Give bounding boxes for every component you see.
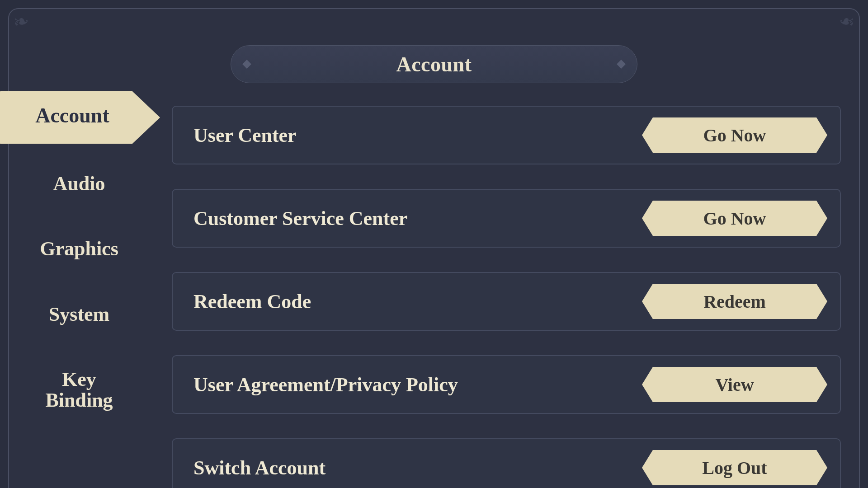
sidebar-tab-label: Graphics <box>40 238 118 260</box>
row-user-agreement: User Agreement/Privacy Policy View <box>172 355 841 414</box>
row-user-center: User Center Go Now <box>172 106 841 164</box>
sidebar-tab-account[interactable]: Account <box>9 99 149 132</box>
diamond-icon <box>617 60 626 69</box>
button-label: Redeem <box>703 291 766 312</box>
sidebar-tab-label: Account <box>0 99 149 132</box>
sidebar-tab-system[interactable]: System <box>9 301 149 328</box>
corner-ornament-top-right: ❧ <box>832 10 856 34</box>
sidebar-tab-audio[interactable]: Audio <box>9 171 149 197</box>
settings-content: User Center Go Now Customer Service Cent… <box>172 106 841 488</box>
sidebar-tab-key-binding[interactable]: Key Binding <box>9 366 149 413</box>
go-now-button[interactable]: Go Now <box>642 201 827 236</box>
sidebar-tab-label: Key Binding <box>45 368 113 411</box>
row-label: User Center <box>193 124 297 147</box>
settings-panel-frame: ❧ ❧ Account Account Audio Graphics Syste… <box>8 8 860 488</box>
sidebar-tab-label: System <box>49 303 109 325</box>
redeem-button[interactable]: Redeem <box>642 284 827 319</box>
button-label: Go Now <box>703 208 766 229</box>
diamond-icon <box>242 60 251 69</box>
row-customer-service-center: Customer Service Center Go Now <box>172 189 841 248</box>
button-label: Log Out <box>702 457 767 479</box>
sidebar-tab-graphics[interactable]: Graphics <box>9 236 149 262</box>
row-redeem-code: Redeem Code Redeem <box>172 272 841 331</box>
row-switch-account: Switch Account Log Out <box>172 438 841 488</box>
row-label: Customer Service Center <box>193 207 407 230</box>
row-label: User Agreement/Privacy Policy <box>193 373 458 396</box>
go-now-button[interactable]: Go Now <box>642 117 827 153</box>
view-button[interactable]: View <box>642 367 827 402</box>
button-label: Go Now <box>703 125 766 146</box>
section-title: Account <box>396 52 472 76</box>
sidebar-tab-label: Audio <box>53 173 105 195</box>
log-out-button[interactable]: Log Out <box>642 450 827 485</box>
row-label: Switch Account <box>193 456 326 479</box>
corner-ornament-top-left: ❧ <box>12 10 36 34</box>
section-title-ribbon: Account <box>231 45 637 83</box>
button-label: View <box>715 374 754 395</box>
row-label: Redeem Code <box>193 290 311 313</box>
settings-sidebar: Account Audio Graphics System Key Bindin… <box>9 99 149 413</box>
